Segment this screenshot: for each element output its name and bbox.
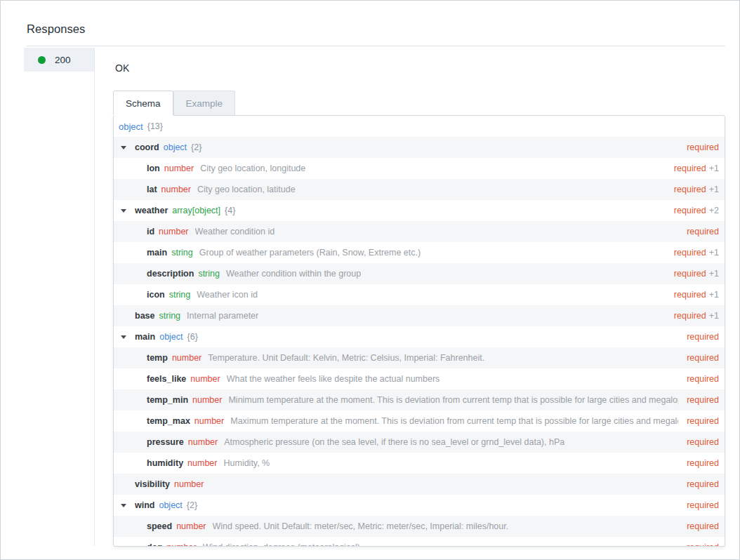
required-badge: required bbox=[687, 542, 719, 547]
schema-row[interactable]: mainobject{6}required bbox=[114, 326, 725, 347]
field-type: number bbox=[192, 395, 222, 405]
caret-shape bbox=[121, 504, 126, 507]
schema-row: tempnumberTemperature. Unit Default: Kel… bbox=[114, 347, 725, 368]
row-field: mainobject{6} bbox=[114, 332, 678, 342]
schema-row[interactable]: coordobject{2}required bbox=[114, 137, 725, 158]
row-validations: required bbox=[687, 395, 719, 405]
row-validations: required bbox=[687, 521, 719, 531]
page-title: Responses bbox=[27, 22, 85, 36]
field-name: deg bbox=[147, 542, 162, 547]
required-badge: required bbox=[687, 479, 719, 489]
field-type: object bbox=[159, 332, 183, 342]
field-name: feels_like bbox=[147, 374, 186, 384]
required-badge: required bbox=[674, 290, 706, 300]
property-count: {6} bbox=[187, 332, 198, 342]
sidebar-divider bbox=[94, 48, 95, 546]
caret-shape bbox=[121, 335, 126, 339]
field-description: Maximum temperature at the moment. This … bbox=[230, 416, 678, 426]
property-count: {2} bbox=[191, 142, 201, 152]
row-validations: required bbox=[687, 374, 719, 384]
root-property-count: {13} bbox=[147, 121, 163, 131]
extra-validations-count: +1 bbox=[709, 185, 719, 194]
property-count: {4} bbox=[225, 206, 235, 215]
chevron-down-icon[interactable] bbox=[121, 504, 131, 507]
row-validations: required+1 bbox=[674, 269, 719, 279]
row-field: pressurenumberAtmospheric pressure (on t… bbox=[114, 437, 678, 447]
field-type: number bbox=[187, 458, 217, 468]
chevron-down-icon[interactable] bbox=[121, 146, 131, 149]
extra-validations-count: +2 bbox=[709, 206, 719, 215]
chevron-down-icon[interactable] bbox=[121, 335, 131, 339]
schema-row: speednumberWind speed. Unit Default: met… bbox=[114, 516, 725, 537]
tab-schema[interactable]: Schema bbox=[113, 91, 173, 115]
field-description: Group of weather parameters (Rain, Snow,… bbox=[199, 248, 421, 258]
field-description: Temperature. Unit Default: Kelvin, Metri… bbox=[208, 353, 484, 363]
schema-example-tabs: SchemaExample bbox=[113, 91, 235, 115]
required-badge: required bbox=[687, 142, 719, 152]
field-name: pressure bbox=[147, 437, 184, 447]
extra-validations-count: +1 bbox=[709, 269, 719, 279]
row-validations: required+1 bbox=[674, 185, 719, 194]
schema-panel: object {13} coordobject{2}requiredlonnum… bbox=[113, 115, 725, 547]
chevron-down-icon[interactable] bbox=[121, 209, 131, 213]
field-type: number bbox=[159, 227, 188, 236]
responses-card: Responses 200 OK SchemaExample object {1… bbox=[0, 0, 740, 560]
required-badge: required bbox=[687, 332, 719, 342]
schema-row: temp_minnumberMinimum temperature at the… bbox=[114, 389, 725, 411]
required-badge: required bbox=[687, 437, 719, 447]
row-field: iconstringWeather icon id bbox=[114, 290, 666, 300]
schema-row: lonnumberCity geo location, longitudereq… bbox=[114, 158, 725, 179]
tab-example[interactable]: Example bbox=[173, 91, 236, 115]
response-description: OK bbox=[115, 62, 129, 74]
row-field: windobject{2} bbox=[114, 500, 678, 510]
row-validations: required bbox=[687, 227, 719, 236]
root-type-label: object bbox=[119, 121, 143, 132]
field-name: main bbox=[147, 248, 167, 258]
required-badge: required bbox=[674, 269, 706, 279]
field-description: Humidity, % bbox=[223, 458, 270, 468]
required-badge: required bbox=[674, 311, 706, 321]
field-description: Wind direction, degrees (meteorological) bbox=[203, 542, 360, 547]
row-validations: required+1 bbox=[674, 311, 719, 321]
row-validations: required bbox=[687, 332, 719, 342]
schema-row: temp_maxnumberMaximum temperature at the… bbox=[114, 411, 725, 432]
row-validations: required bbox=[687, 353, 719, 363]
field-name: description bbox=[147, 269, 194, 279]
field-description: Atmospheric pressure (on the sea level, … bbox=[224, 437, 564, 447]
field-description: Minimum temperature at the moment. This … bbox=[228, 395, 678, 405]
row-field: speednumberWind speed. Unit Default: met… bbox=[114, 521, 678, 531]
field-type: string bbox=[169, 290, 191, 300]
field-description: Weather icon id bbox=[197, 290, 258, 300]
field-description: Weather condition within the group bbox=[226, 269, 361, 279]
row-validations: required+1 bbox=[674, 290, 719, 300]
field-name: temp bbox=[147, 353, 168, 363]
row-field: degnumberWind direction, degrees (meteor… bbox=[114, 542, 678, 547]
row-field: humiditynumberHumidity, % bbox=[114, 458, 678, 468]
property-count: {2} bbox=[187, 500, 197, 510]
row-field: visibilitynumber bbox=[114, 479, 678, 489]
required-badge: required bbox=[687, 374, 719, 384]
field-type: number bbox=[188, 437, 218, 447]
field-description: City geo location, latitude bbox=[197, 185, 296, 194]
schema-row: humiditynumberHumidity, %required bbox=[114, 453, 725, 474]
field-name: main bbox=[135, 332, 155, 342]
status-item-200[interactable]: 200 bbox=[24, 48, 94, 72]
field-type: number bbox=[164, 164, 194, 173]
field-name: icon bbox=[147, 290, 165, 300]
field-description: Internal parameter bbox=[187, 311, 258, 321]
status-code-label: 200 bbox=[55, 55, 71, 65]
field-type: number bbox=[190, 374, 220, 384]
row-field: weatherarray[object]{4} bbox=[114, 206, 666, 215]
schema-row[interactable]: weatherarray[object]{4}required+2 bbox=[114, 200, 725, 221]
schema-row: pressurenumberAtmospheric pressure (on t… bbox=[114, 432, 725, 453]
field-type: number bbox=[161, 185, 191, 194]
field-type: number bbox=[194, 416, 224, 426]
field-name: visibility bbox=[135, 479, 170, 489]
required-badge: required bbox=[687, 395, 719, 405]
status-dot-icon bbox=[38, 56, 46, 64]
row-field: tempnumberTemperature. Unit Default: Kel… bbox=[114, 353, 678, 363]
field-description: What the weather feels like despite the … bbox=[227, 374, 440, 384]
required-badge: required bbox=[674, 185, 706, 194]
schema-row[interactable]: windobject{2}required bbox=[114, 495, 725, 516]
row-field: mainstringGroup of weather parameters (R… bbox=[114, 248, 666, 258]
